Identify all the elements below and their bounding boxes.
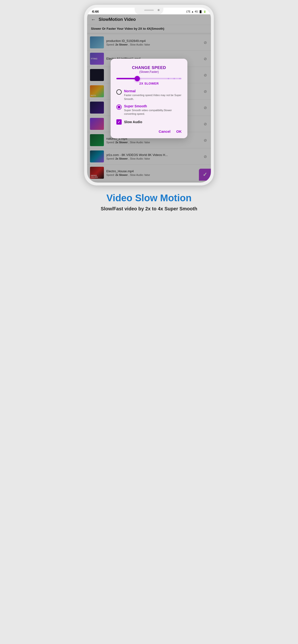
lte-icon: LTE [186,10,191,13]
notch-speaker [144,10,154,11]
super-smooth-radio-item[interactable]: Super Smooth Super Smooth video compatib… [116,104,182,116]
app-title-big: Video Slow Motion [101,192,197,203]
signal-icon: 4G [195,10,198,13]
slow-audio-label: Slow Audio [124,120,142,124]
speed-slider-container[interactable] [116,78,182,79]
super-smooth-radio-button[interactable] [116,104,122,110]
slider-dot [179,78,181,79]
normal-radio-label: Normal [124,89,182,93]
status-bar: 4:44 LTE ▲ 4G ▐▌ 🔋 [87,8,211,14]
slider-thumb[interactable] [135,76,140,81]
slow-audio-checkbox[interactable]: ✓ [116,119,122,124]
normal-radio-item[interactable]: Normal Faster converting speed.Video may… [116,89,182,101]
cancel-button[interactable]: Cancel [159,130,170,134]
normal-radio-button[interactable] [116,89,122,95]
status-icons: LTE ▲ 4G ▐▌ 🔋 [186,10,206,13]
dialog-subtitle: (Slower,Faster) [116,70,182,74]
signal-bars-icon: ▐▌ [199,10,202,13]
radio-selected-dot [117,106,120,108]
speed-value-label: 2X SLOWER [116,82,182,85]
dialog-title: CHANGE SPEED [116,66,182,70]
phone-inner: 4:44 LTE ▲ 4G ▐▌ 🔋 ← SlowMotion Video Sl… [87,8,211,182]
super-smooth-radio-text: Super Smooth Super Smooth video compatib… [124,104,182,116]
super-smooth-radio-label: Super Smooth [124,104,182,108]
slider-dot [168,78,169,79]
normal-radio-text: Normal Faster converting speed.Video may… [124,89,182,101]
app-content: ← SlowMotion Video Slower Or Faster Your… [87,14,211,182]
bottom-section: Video Slow Motion Slow/Fast video by 2x … [96,186,202,214]
change-speed-dialog: CHANGE SPEED (Slower,Faster) [111,59,187,138]
dialog-actions: Cancel OK [116,130,182,134]
page-wrapper: 4:44 LTE ▲ 4G ▐▌ 🔋 ← SlowMotion Video Sl… [75,0,224,224]
phone-frame: 4:44 LTE ▲ 4G ▐▌ 🔋 ← SlowMotion Video Sl… [84,5,214,186]
normal-radio-desc: Faster converting speed.Video may not be… [124,94,182,101]
slider-dot [174,78,175,79]
status-time: 4:44 [92,10,99,14]
battery-icon: 🔋 [203,10,206,13]
ok-button[interactable]: OK [176,130,182,134]
app-tagline: Slow/Fast video by 2x to 4x Super Smooth [101,206,197,212]
slider-track [116,78,182,79]
dialog-overlay: CHANGE SPEED (Slower,Faster) [87,14,211,182]
notch-camera [158,9,160,11]
checkbox-check-icon: ✓ [117,120,120,124]
wifi-icon: ▲ [192,10,194,13]
slider-dots [168,78,182,79]
notch [135,8,163,14]
slow-audio-row[interactable]: ✓ Slow Audio [116,119,182,124]
quality-radio-group: Normal Faster converting speed.Video may… [116,89,182,116]
super-smooth-radio-desc: Super Smooth video compatibility.Slower … [124,108,182,116]
slider-fill [116,78,137,79]
